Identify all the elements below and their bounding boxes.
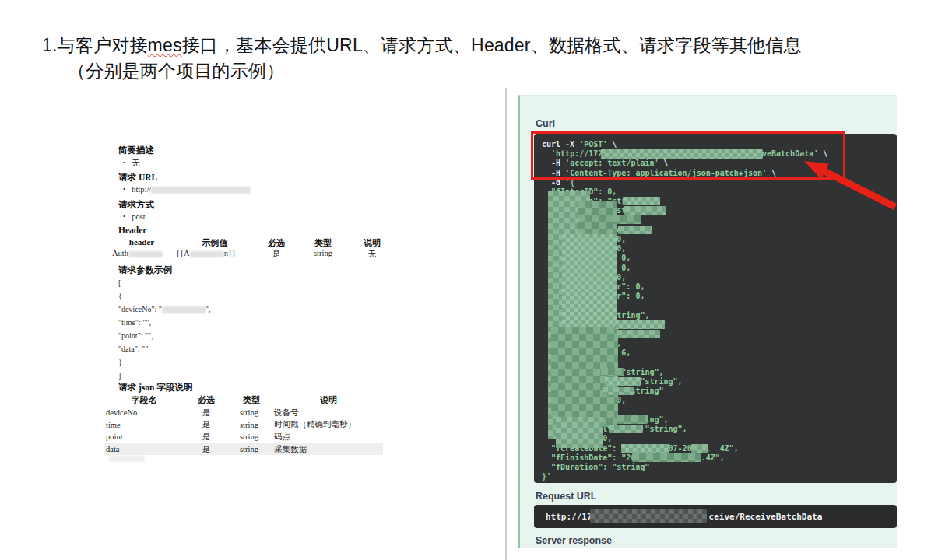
title-line2: （分别是两个项目的示例） bbox=[42, 58, 898, 84]
doc-item-url: •http:// bbox=[123, 185, 251, 194]
doc-item-brief: •无 bbox=[123, 158, 140, 169]
table-cell: data bbox=[104, 445, 184, 453]
title-text-pre: 1.与客户对接 bbox=[42, 35, 148, 55]
mosaic-patch bbox=[617, 415, 648, 424]
mosaic-patch bbox=[617, 330, 660, 338]
mosaic-patch bbox=[691, 444, 708, 453]
mosaic-patch bbox=[556, 417, 603, 448]
mosaic-patch bbox=[623, 197, 660, 205]
table-cell: 是 bbox=[254, 249, 299, 260]
column-header: 说明 bbox=[274, 394, 383, 407]
bullet-icon: • bbox=[123, 159, 125, 166]
json-example-line: ] bbox=[118, 371, 121, 380]
table-cell: string bbox=[229, 432, 274, 441]
redaction-blur bbox=[190, 251, 224, 257]
mosaic-patch bbox=[621, 444, 669, 453]
column-header: 字段名 bbox=[104, 394, 184, 407]
column-header: 示例值 bbox=[176, 237, 254, 249]
doc-item-method: •post bbox=[123, 212, 146, 221]
curl-code-line: "fDuration": "string" bbox=[534, 463, 897, 472]
table-cell: time bbox=[104, 421, 184, 429]
doc-heading-params: 请求参数示例 bbox=[118, 264, 172, 276]
redaction-blur bbox=[151, 187, 251, 194]
table-cell: 是 bbox=[184, 432, 229, 443]
column-header: 必选 bbox=[254, 237, 299, 249]
column-header: 类型 bbox=[229, 394, 274, 407]
doc-heading-brief: 简要描述 bbox=[118, 145, 154, 156]
column-header: 说明 bbox=[347, 237, 397, 249]
table-cell: deviceNo bbox=[104, 408, 184, 417]
mosaic-patch bbox=[615, 320, 665, 329]
doc-heading-url: 请求 URL bbox=[118, 172, 157, 184]
table-row: time是string时间戳（精确到毫秒） bbox=[104, 419, 383, 432]
curl-code-line: "fFinishDate": "2023-08-2 .4Z", bbox=[534, 453, 897, 463]
mosaic-patch bbox=[609, 425, 643, 433]
slide-title: 1.与客户对接mes接口，基本会提供URL、请求方式、Header、数据格式、请… bbox=[42, 33, 898, 84]
table-row: data是string采集数据 bbox=[104, 443, 383, 456]
redaction-blur bbox=[162, 306, 206, 313]
redaction-blur bbox=[109, 456, 145, 462]
table-cell: string bbox=[229, 408, 274, 417]
table-cell: 设备号 bbox=[274, 408, 383, 418]
column-header: 必选 bbox=[184, 394, 229, 407]
mosaic-patch bbox=[590, 509, 707, 523]
table-cell: 时间戳（精确到毫秒） bbox=[274, 419, 383, 430]
json-example-line: [ bbox=[118, 278, 121, 287]
table-cell: 采集数据 bbox=[274, 444, 383, 455]
bullet-icon: • bbox=[123, 212, 125, 220]
table-cell: point bbox=[104, 432, 184, 441]
table-row: point是string码点 bbox=[104, 431, 383, 443]
mosaic-patch bbox=[632, 453, 701, 462]
fields-table: 字段名 必选 类型 说明 deviceNo是string设备号time是stri… bbox=[104, 394, 383, 455]
header-table: header 示例值 必选 类型 说明 Auth {{An}} 是 string… bbox=[107, 237, 397, 260]
doc-heading-fields: 请求 json 字段说明 bbox=[118, 382, 192, 394]
table-cell: 无 bbox=[347, 249, 397, 260]
doc-heading-header: Header bbox=[118, 226, 146, 235]
mosaic-patch bbox=[624, 206, 666, 215]
mosaic-patch bbox=[603, 387, 634, 395]
title-text-post: 接口，基本会提供URL、请求方式、Header、数据格式、请求字段等其他信息 bbox=[182, 35, 802, 55]
table-cell: 是 bbox=[184, 408, 229, 418]
table-cell: string bbox=[229, 445, 274, 453]
request-url-bar: http://17ceive/ReceiveBatchData bbox=[534, 505, 897, 528]
table-cell: Auth bbox=[107, 249, 176, 260]
table-cell: {{An}} bbox=[176, 249, 254, 260]
request-url-prefix: http://17 bbox=[546, 512, 592, 522]
json-example-line: "time": "", bbox=[118, 318, 151, 327]
request-url-suffix: ceive/ReceiveBatchData bbox=[709, 512, 823, 522]
table-cell: string bbox=[229, 421, 274, 429]
fields-table-header: 字段名 必选 类型 说明 bbox=[104, 394, 383, 407]
table-row: deviceNo是string设备号 bbox=[104, 407, 383, 419]
server-response-label: Server response bbox=[536, 535, 612, 546]
column-header: 类型 bbox=[299, 237, 347, 249]
table-cell: string bbox=[299, 249, 347, 260]
table-cell: 是 bbox=[184, 444, 229, 455]
json-example-line: } bbox=[118, 358, 122, 366]
curl-code-block: curl -X 'POST' \ 'http://172 iveBatchDat… bbox=[534, 134, 897, 483]
request-url-label: Request URL bbox=[536, 491, 596, 502]
json-example-line: "data": "" bbox=[118, 345, 148, 353]
mosaic-patch bbox=[601, 368, 624, 376]
table-cell: 码点 bbox=[274, 432, 383, 443]
doc-heading-method: 请求方式 bbox=[118, 199, 154, 211]
title-mes-word: mes bbox=[148, 35, 182, 55]
json-example-line: { bbox=[118, 292, 122, 300]
json-example-line: "point": "", bbox=[118, 331, 153, 340]
window-edge-line bbox=[505, 88, 507, 560]
curl-code-line: }' bbox=[534, 472, 897, 481]
mosaic-patch bbox=[605, 377, 641, 386]
fields-table-rows: deviceNo是string设备号time是string时间戳（精确到毫秒）p… bbox=[104, 407, 383, 455]
column-header: header bbox=[107, 237, 176, 249]
bullet-icon: • bbox=[123, 185, 125, 193]
redaction-blur bbox=[128, 251, 163, 257]
mosaic-patch bbox=[613, 215, 641, 224]
curl-label: Curl bbox=[536, 118, 555, 129]
mosaic-patch bbox=[618, 226, 652, 234]
table-cell: 是 bbox=[184, 419, 229, 430]
annotation-highlight-box bbox=[531, 131, 845, 180]
json-example-line: "deviceNo": "", bbox=[118, 305, 210, 313]
